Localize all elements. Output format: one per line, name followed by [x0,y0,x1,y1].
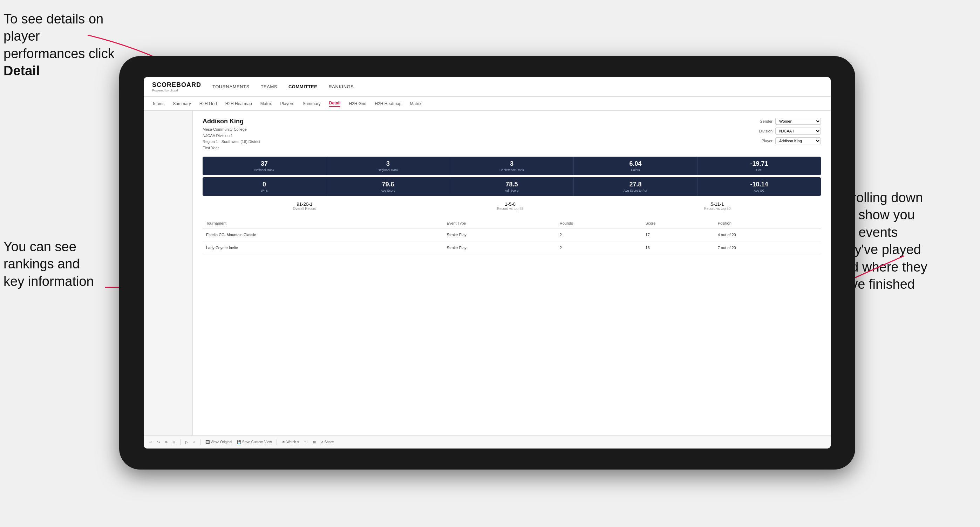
stats-row-2: 0 Wins 79.6 Avg Score 78.5 Adj Score 27.… [203,177,821,196]
player-info: Addison King Mesa Community College NJCA… [203,118,260,151]
toolbar-grid[interactable]: ⊞ [172,440,175,444]
player-division: NJCAA Division 1 [203,133,260,139]
rounds-2: 2 [556,241,642,254]
toolbar-layout[interactable]: ⊞ [313,440,316,444]
player-filters: Gender Women Men Division NJCAA I NJCAA … [759,118,821,151]
rounds-1: 2 [556,229,642,241]
top-nav-links: TOURNAMENTS TEAMS COMMITTEE RANKINGS [212,84,354,89]
record-top25: 1-5-0 Record vs top 25 [497,202,523,211]
position-2: 7 out of 20 [714,241,821,254]
subnav-h2h-grid2[interactable]: H2H Grid [349,101,366,106]
stat-wins-value: 0 [207,181,322,188]
annotation-topleft-text: To see details on player performances cl… [3,11,115,78]
subnav-detail[interactable]: Detail [329,100,341,107]
score-2: 16 [642,241,714,254]
event-type-1: Stroke Play [443,229,556,241]
player-name: Addison King [203,118,260,125]
toolbar-circle[interactable]: ○ [193,440,195,444]
stat-points: 6.04 Points [574,157,697,175]
nav-rankings[interactable]: RANKINGS [328,84,354,89]
stat-adj-score-value: 78.5 [454,181,569,188]
stat-sos: -19.71 SoS [697,157,821,175]
toolbar-sep3 [277,440,277,445]
nav-teams[interactable]: TEAMS [261,84,277,89]
stat-avg-sg-value: -10.14 [702,181,817,188]
tournament-table: Tournament Event Type Rounds Score Posit… [203,218,821,254]
toolbar-watch[interactable]: 👁 Watch ▾ [282,440,299,444]
toolbar-share[interactable]: ⇗ Share [321,440,334,444]
record-top50-value: 5-11-1 [704,202,731,207]
subnav-h2h-grid[interactable]: H2H Grid [199,101,217,106]
stat-sos-label: SoS [702,168,817,172]
player-select[interactable]: Addison King [775,137,821,144]
stat-national-rank-label: National Rank [207,168,322,172]
toolbar-view-original[interactable]: 🔲 View: Original [205,440,232,444]
subnav-summary[interactable]: Summary [173,101,191,106]
stat-avg-score: 79.6 Avg Score [326,177,450,196]
stat-regional-rank-label: Regional Rank [331,168,445,172]
division-label: Division [759,129,773,133]
gender-filter-row: Gender Women Men [759,118,821,125]
stat-regional-rank: 3 Regional Rank [326,157,450,175]
record-top50: 5-11-1 Record vs top 50 [704,202,731,211]
subnav-matrix[interactable]: Matrix [261,101,272,106]
table-body: Estella CC- Mountain Classic Stroke Play… [203,229,821,254]
top-nav: SCOREBOARD Powered by clippd TOURNAMENTS… [144,77,831,97]
subnav-players[interactable]: Players [280,101,294,106]
sub-nav: Teams Summary H2H Grid H2H Heatmap Matri… [144,97,831,111]
stat-avg-score-value: 79.6 [331,181,445,188]
toolbar-undo[interactable]: ↩ [149,440,152,444]
stat-adj-score-label: Adj Score [454,189,569,192]
toolbar-refresh[interactable]: ⊕ [165,440,167,444]
record-overall-label: Overall Record [293,207,317,211]
records-row: 91-20-1 Overall Record 1-5-0 Record vs t… [203,198,821,214]
subnav-h2h-heatmap2[interactable]: H2H Heatmap [375,101,401,106]
tablet-screen: SCOREBOARD Powered by clippd TOURNAMENTS… [144,77,831,449]
stat-national-rank-value: 37 [207,160,322,167]
subnav-summary2[interactable]: Summary [302,101,320,106]
gender-select[interactable]: Women Men [775,118,821,125]
toolbar-redo[interactable]: ↪ [157,440,160,444]
logo-text: SCOREBOARD [152,81,201,89]
toolbar-sep2 [200,440,200,445]
toolbar-save-custom[interactable]: 💾 Save Custom View [237,440,272,444]
col-event-type: Event Type [443,218,556,229]
col-rounds: Rounds [556,218,642,229]
stats-row-1: 37 National Rank 3 Regional Rank 3 Confe… [203,157,821,175]
main-content: Addison King Mesa Community College NJCA… [144,111,831,435]
nav-committee[interactable]: COMMITTEE [288,84,318,89]
stat-avg-score-par-label: Avg Score to Par [578,189,693,192]
division-select[interactable]: NJCAA I NJCAA II [775,127,821,135]
table-row: Estella CC- Mountain Classic Stroke Play… [203,229,821,241]
record-top25-label: Record vs top 25 [497,207,523,211]
record-top25-value: 1-5-0 [497,202,523,207]
player-school: Mesa Community College [203,127,260,133]
toolbar-screen[interactable]: □+ [304,440,308,444]
col-score: Score [642,218,714,229]
subnav-matrix2[interactable]: Matrix [410,101,422,106]
center-content: Addison King Mesa Community College NJCA… [193,111,831,435]
position-1: 4 out of 20 [714,229,821,241]
subnav-teams[interactable]: Teams [152,101,164,106]
record-top50-label: Record vs top 50 [704,207,731,211]
record-overall-value: 91-20-1 [293,202,317,207]
bottom-toolbar: ↩ ↪ ⊕ ⊞ ▷ ○ 🔲 View: Original 💾 Save Cust… [144,435,831,449]
tablet-device: SCOREBOARD Powered by clippd TOURNAMENTS… [119,56,855,470]
subnav-h2h-heatmap[interactable]: H2H Heatmap [225,101,252,106]
player-year: First Year [203,145,260,151]
record-overall: 91-20-1 Overall Record [293,202,317,211]
stat-conference-rank: 3 Conference Rank [450,157,574,175]
gender-label: Gender [759,119,773,123]
stat-conference-rank-value: 3 [454,160,569,167]
annotation-bottomleft-text: You can seerankings andkey information [3,239,94,289]
stat-sos-value: -19.71 [702,160,817,167]
annotation-detail-bold: Detail [3,63,40,78]
stat-regional-rank-value: 3 [331,160,445,167]
player-region: Region 1 - Southwest (18) District [203,139,260,145]
table-row: Lady Coyote Invite Stroke Play 2 16 7 ou… [203,241,821,254]
nav-tournaments[interactable]: TOURNAMENTS [212,84,250,89]
toolbar-play[interactable]: ▷ [185,440,188,444]
stat-points-label: Points [578,168,693,172]
stat-wins: 0 Wins [203,177,326,196]
stat-avg-sg: -10.14 Avg SG [697,177,821,196]
